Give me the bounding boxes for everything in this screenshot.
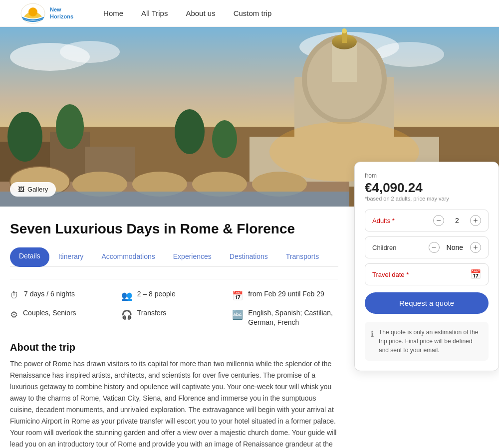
svg-point-4 <box>60 41 120 63</box>
about-text: The power of Rome has drawn visitors to … <box>10 358 338 448</box>
detail-group-size: 👥 2 – 8 people <box>121 289 228 301</box>
svg-point-29 <box>212 120 237 158</box>
nav-home[interactable]: Home <box>103 9 123 17</box>
info-note-text: The quote is only an estimation of the t… <box>379 328 483 355</box>
transfer-icon: 🎧 <box>121 309 132 320</box>
about-title: About the trip <box>10 342 338 353</box>
clock-icon: ⏱ <box>10 290 19 301</box>
tab-details[interactable]: Details <box>10 247 49 267</box>
main-nav: Home All Trips About us Custom trip <box>103 9 271 17</box>
children-controls: − None + <box>429 242 481 253</box>
adults-controls: − 2 + <box>433 215 481 226</box>
tab-accommodations[interactable]: Accommodations <box>92 247 164 267</box>
tab-experiences[interactable]: Experiences <box>164 247 221 267</box>
children-label: Children <box>372 244 396 251</box>
trip-title: Seven Luxurious Days in Rome & Florence <box>10 221 338 237</box>
travel-date-row[interactable]: Travel date * 📅 <box>365 263 489 285</box>
price-value: €4,090.24 <box>365 180 489 196</box>
main-column: Seven Luxurious Days in Rome & Florence … <box>0 207 354 448</box>
tab-transports[interactable]: Transports <box>277 247 328 267</box>
trip-details-grid: ⏱ 7 days / 6 nights 👥 2 – 8 people 📅 fro… <box>10 289 338 328</box>
booking-card: from €4,090.24 *based on 2 adults, price… <box>354 162 499 371</box>
calendar-picker-icon: 📅 <box>470 269 481 280</box>
detail-audience: ⚙ Couples, Seniors <box>10 308 116 328</box>
logo-text: NewHorizons <box>50 6 73 19</box>
tab-destinations[interactable]: Destinations <box>221 247 277 267</box>
audience-icon: ⚙ <box>10 309 18 320</box>
price-note: *based on 2 adults, price may vary <box>365 196 489 202</box>
info-icon: ℹ <box>371 328 374 355</box>
adults-decrement-button[interactable]: − <box>433 215 444 226</box>
logo[interactable]: NewHorizons <box>20 2 73 24</box>
price-from-label: from <box>365 172 489 179</box>
gallery-button[interactable]: 🖼 Gallery <box>10 182 56 197</box>
image-icon: 🖼 <box>18 186 24 193</box>
children-value: None <box>447 243 463 251</box>
children-counter-row: Children − None + <box>365 236 489 258</box>
nav-about-us[interactable]: About us <box>186 9 215 17</box>
detail-transfers: 🎧 Transfers <box>121 308 228 328</box>
calendar-icon: 📅 <box>232 290 243 301</box>
svg-point-27 <box>56 104 84 149</box>
nav-custom-trip[interactable]: Custom trip <box>234 9 272 17</box>
content-area: Seven Luxurious Days in Rome & Florence … <box>0 207 499 448</box>
tabs-bar: Details Itinerary Accommodations Experie… <box>10 247 338 267</box>
travel-date-label: Travel date * <box>372 271 409 278</box>
site-header: NewHorizons Home All Trips About us Cust… <box>0 0 499 27</box>
svg-rect-13 <box>342 32 347 43</box>
svg-point-28 <box>175 109 205 154</box>
people-icon: 👥 <box>121 290 132 301</box>
detail-dates: 📅 from Feb 29 until Feb 29 <box>232 289 338 301</box>
children-decrement-button[interactable]: − <box>429 242 440 253</box>
adults-value: 2 <box>451 217 463 224</box>
nav-all-trips[interactable]: All Trips <box>141 9 168 17</box>
adults-label: Adults * <box>372 217 395 224</box>
children-increment-button[interactable]: + <box>470 242 481 253</box>
info-note: ℹ The quote is only an estimation of the… <box>365 322 489 361</box>
svg-point-14 <box>342 28 347 33</box>
svg-point-1 <box>28 7 37 16</box>
request-quote-button[interactable]: Request a quote <box>365 292 489 314</box>
language-icon: 🔤 <box>232 309 243 320</box>
detail-duration: ⏱ 7 days / 6 nights <box>10 289 116 301</box>
sidebar: from €4,090.24 *based on 2 adults, price… <box>354 207 499 448</box>
tab-itinerary[interactable]: Itinerary <box>49 247 93 267</box>
svg-point-6 <box>374 42 444 67</box>
adults-increment-button[interactable]: + <box>470 215 481 226</box>
svg-point-26 <box>7 112 42 162</box>
detail-languages: 🔤 English, Spanish; Castilian, German, F… <box>232 308 338 328</box>
adults-counter-row: Adults * − 2 + <box>365 210 489 231</box>
